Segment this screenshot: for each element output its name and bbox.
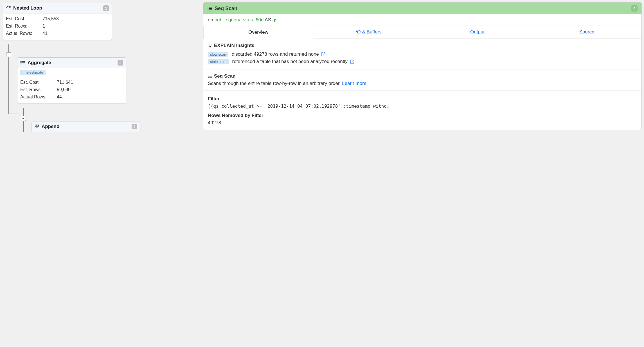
stat-label: Actual Rows: xyxy=(20,94,57,100)
stat-label: Est. Rows: xyxy=(6,24,42,29)
node-title: Append xyxy=(42,124,59,129)
append-icon xyxy=(34,124,39,129)
detail-header: Seq Scan 4 xyxy=(203,3,641,14)
svg-point-2 xyxy=(21,64,21,64)
detail-relation-line: on public.query_stats_60d AS qs xyxy=(203,14,641,26)
tree-line xyxy=(23,108,24,116)
insights-heading: EXPLAIN Insights xyxy=(214,43,255,48)
stat-label: Est. Cost: xyxy=(6,16,42,21)
svg-rect-6 xyxy=(35,125,37,126)
explain-insights-section: EXPLAIN Insights slow scan discarded 492… xyxy=(203,39,641,69)
stat-value: 59,030 xyxy=(57,87,71,92)
filter-expression: ((qs.collected_at >= '2019-12-14 04:07:0… xyxy=(208,103,637,109)
tree-line xyxy=(8,57,9,114)
scan-description: Scans through the entire table row-by-ro… xyxy=(208,81,341,86)
tree-line xyxy=(23,121,24,132)
external-link-icon[interactable] xyxy=(350,59,354,64)
lightbulb-icon xyxy=(208,43,212,48)
stat-value: 44 xyxy=(57,94,62,100)
svg-point-0 xyxy=(21,61,21,62)
tab-source[interactable]: Source xyxy=(532,26,641,39)
insight-text: referenced a table that has not been ana… xyxy=(232,59,348,64)
scan-type-title: Seq Scan xyxy=(214,73,236,79)
detail-tabs: Overview I/O & Buffers Output Source xyxy=(203,26,641,39)
expander-node-1[interactable]: − xyxy=(6,52,11,57)
node-title: Aggregate xyxy=(28,60,51,66)
learn-more-link[interactable]: Learn more xyxy=(342,81,366,86)
filter-label: Filter xyxy=(208,96,637,102)
detail-title: Seq Scan xyxy=(215,6,237,12)
insight-text: discarded 49278 rows and returned none xyxy=(232,51,319,57)
plan-node-aggregate[interactable]: Aggregate 2 mis-estimate Est. Cost:711,6… xyxy=(17,57,126,104)
node-detail-panel: Seq Scan 4 on public.query_stats_60d AS … xyxy=(203,2,642,130)
rows-removed-label: Rows Removed by Filter xyxy=(208,113,637,118)
plan-node-append[interactable]: Append 3 Est. Cost:703,269 Est. Rows:215… xyxy=(31,121,140,132)
tag-slow-scan: slow scan xyxy=(208,52,228,57)
stat-value: 711,641 xyxy=(57,80,73,85)
stat-label: Est. Rows: xyxy=(20,87,57,92)
scan-description-section: Seq Scan Scans through the entire table … xyxy=(203,69,641,91)
tab-output[interactable]: Output xyxy=(423,26,532,39)
stat-value: 41 xyxy=(42,31,48,36)
node-title: Nested Loop xyxy=(13,5,42,11)
svg-point-1 xyxy=(21,62,21,63)
plan-node-nested-loop[interactable]: Nested Loop 1 Est. Cost:715,558 Est. Row… xyxy=(3,3,112,40)
tag-stale-stats: stale stats xyxy=(208,59,229,64)
aggregate-icon xyxy=(20,60,25,65)
seq-scan-icon xyxy=(207,6,212,10)
tree-line xyxy=(8,44,9,52)
svg-rect-7 xyxy=(37,125,39,126)
expander-node-2[interactable]: − xyxy=(21,116,26,121)
refresh-icon xyxy=(6,6,11,11)
tab-io-buffers[interactable]: I/O & Buffers xyxy=(313,26,423,39)
external-link-icon[interactable] xyxy=(321,52,326,57)
node-number-badge: 3 xyxy=(132,124,137,129)
detail-number-badge: 4 xyxy=(631,5,638,12)
filter-section: Filter ((qs.collected_at >= '2019-12-14 … xyxy=(203,91,641,130)
stat-value: 715,558 xyxy=(42,16,59,21)
stat-label: Est. Cost: xyxy=(20,80,57,85)
stat-label: Actual Rows: xyxy=(6,31,42,36)
tree-line xyxy=(8,114,17,114)
rows-removed-value: 49278 xyxy=(208,120,637,126)
stat-value: 1 xyxy=(42,24,45,29)
plan-tree: − − − Nested Loop 1 Est. Cost:715,558 Es… xyxy=(2,2,199,130)
node-number-badge: 2 xyxy=(118,60,123,66)
node-number-badge: 1 xyxy=(103,5,109,11)
tag-mis-estimate: mis-estimate xyxy=(20,70,46,75)
seq-scan-icon xyxy=(208,75,212,78)
tab-overview[interactable]: Overview xyxy=(203,26,313,39)
